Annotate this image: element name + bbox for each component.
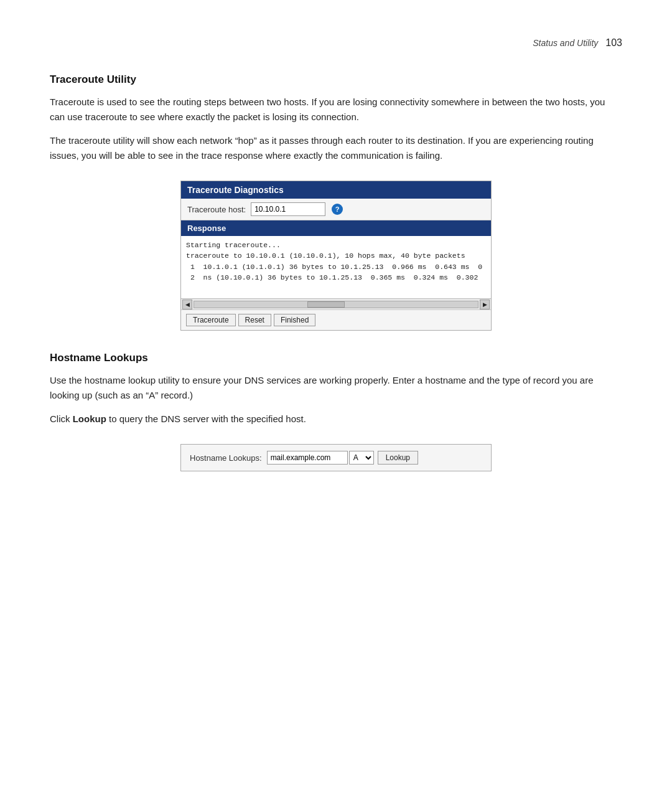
- hostname-para2: Click Lookup to query the DNS server wit…: [50, 412, 622, 427]
- host-label: Traceroute host:: [187, 205, 246, 214]
- reset-button[interactable]: Reset: [238, 314, 271, 326]
- para2-prefix: Click: [50, 413, 73, 424]
- traceroute-buttons-row: Traceroute Reset Finished: [181, 309, 491, 330]
- scroll-track[interactable]: [194, 301, 478, 308]
- horizontal-scrollbar[interactable]: ◀ ▶: [181, 298, 491, 309]
- hostname-title: Hostname Lookups: [50, 352, 622, 364]
- traceroute-host-input[interactable]: [251, 202, 325, 216]
- traceroute-para2: The traceroute utility will show each ne…: [50, 133, 622, 163]
- traceroute-section: Traceroute Utility Traceroute is used to…: [50, 73, 622, 331]
- hostname-label: Hostname Lookups:: [190, 453, 262, 463]
- response-header: Response: [181, 220, 491, 236]
- scroll-right-arrow[interactable]: ▶: [480, 300, 490, 309]
- traceroute-panel-title: Traceroute Diagnostics: [181, 181, 491, 199]
- response-area: Starting traceroute... traceroute to 10.…: [181, 236, 491, 298]
- scroll-thumb[interactable]: [307, 301, 345, 308]
- hostname-input[interactable]: [267, 451, 348, 465]
- para2-bold: Lookup: [73, 413, 106, 424]
- page-header: Status and Utility 103: [50, 37, 622, 49]
- hostname-section: Hostname Lookups Use the hostname lookup…: [50, 352, 622, 471]
- traceroute-para1: Traceroute is used to see the routing st…: [50, 95, 622, 125]
- traceroute-diagnostics-panel: Traceroute Diagnostics Traceroute host: …: [180, 181, 492, 331]
- help-icon[interactable]: ?: [332, 204, 343, 215]
- hostname-lookups-panel: Hostname Lookups: A MX CNAME PTR Lookup: [180, 444, 492, 471]
- section-label: Status and Utility: [533, 38, 598, 48]
- lookup-button[interactable]: Lookup: [378, 451, 418, 465]
- traceroute-button[interactable]: Traceroute: [186, 314, 236, 326]
- traceroute-host-row: Traceroute host: ?: [181, 199, 491, 220]
- page-number: 103: [605, 37, 622, 49]
- hostname-para1: Use the hostname lookup utility to ensur…: [50, 373, 622, 403]
- finished-button[interactable]: Finished: [274, 314, 315, 326]
- traceroute-title: Traceroute Utility: [50, 73, 622, 86]
- record-type-select[interactable]: A MX CNAME PTR: [349, 451, 374, 465]
- para2-suffix: to query the DNS server with the specifi…: [106, 413, 306, 424]
- scroll-left-arrow[interactable]: ◀: [182, 300, 192, 309]
